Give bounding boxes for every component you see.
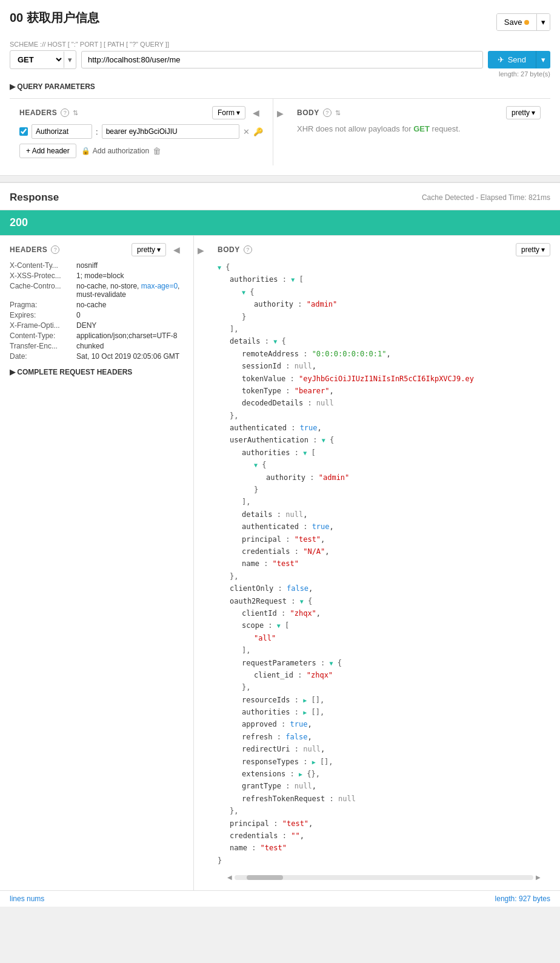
resp-header-cache-control: Cache-Contro... no-cache, no-store, max-… — [10, 282, 184, 299]
body-panel: BODY ? ⇅ pretty ▾ XHR does not allow pay… — [287, 99, 550, 165]
user-auth-toggle[interactable]: ▼ — [322, 437, 325, 444]
add-auth-label: Add authorization — [93, 147, 149, 155]
authorities-toggle[interactable]: ▼ — [291, 276, 295, 283]
request-row: GET POST PUT DELETE ▾ ✈ Send ▾ — [10, 50, 550, 69]
save-button[interactable]: Save — [497, 14, 536, 30]
resp-header-expires: Expires: 0 — [10, 311, 184, 319]
scheme-hint: SCHEME :// HOST [ ":" PORT ] [ PATH [ "?… — [10, 41, 550, 48]
scope-toggle[interactable]: ▼ — [277, 622, 281, 629]
resp-pretty-arrow: ▾ — [157, 245, 161, 254]
query-params-label: QUERY PARAMETERS — [17, 82, 95, 91]
headers-label-group: HEADERS ? ⇅ — [19, 108, 78, 117]
method-dropdown-arrow[interactable]: ▾ — [64, 52, 76, 68]
query-params-toggle[interactable]: ▶ QUERY PARAMETERS — [10, 82, 550, 91]
resp-body-info-icon[interactable]: ? — [244, 245, 252, 254]
resp-body-label: BODY — [218, 245, 240, 254]
body-label-group: BODY ? ⇅ — [297, 108, 341, 117]
status-code: 200 — [10, 216, 28, 228]
oauth2-toggle[interactable]: ▼ — [300, 598, 304, 605]
root-toggle[interactable]: ▼ — [218, 264, 221, 271]
resp-headers-info-icon[interactable]: ? — [51, 245, 59, 254]
req-params-toggle[interactable]: ▼ — [330, 660, 333, 667]
resp-body-pretty-button[interactable]: pretty ▾ — [516, 243, 550, 256]
scroll-left-button[interactable]: ◀ — [227, 874, 232, 881]
resp-body-label-group: BODY ? — [218, 245, 252, 254]
body-label: BODY — [297, 108, 319, 117]
resp-body-collapse-arrow[interactable]: ▶ — [194, 244, 208, 256]
request-panels: HEADERS ? ⇅ Form ▾ ◀ : ✕ 🔑 — [10, 98, 550, 165]
save-dot-icon — [524, 20, 529, 25]
top-panel: 00 获取用户信息 Save ▾ SCHEME :// HOST [ ":" P… — [0, 0, 560, 176]
xhr-note: XHR does not allow payloads for GET requ… — [297, 124, 541, 133]
authorization-header-row: : ✕ 🔑 — [19, 124, 263, 139]
scrollbar-thumb[interactable] — [247, 875, 283, 880]
body-panel-header: BODY ? ⇅ pretty ▾ — [297, 106, 541, 119]
add-header-button[interactable]: + Add header — [19, 144, 76, 158]
headers-sort-icon[interactable]: ⇅ — [73, 109, 78, 117]
resp-header-pragma: Pragma: no-cache — [10, 301, 184, 309]
send-label: Send — [508, 55, 526, 64]
send-plane-icon: ✈ — [498, 55, 504, 64]
request-text: request. — [432, 124, 461, 133]
query-params-arrow: ▶ — [10, 82, 15, 91]
send-button[interactable]: ✈ Send — [488, 51, 536, 68]
header-name-input[interactable] — [32, 124, 92, 139]
headers-info-icon[interactable]: ? — [61, 108, 69, 117]
get-method-text: GET — [413, 124, 430, 133]
lines-nums-button[interactable]: lines nums — [10, 895, 44, 903]
scrollbar-track[interactable] — [235, 875, 533, 880]
resp-headers-pretty-button[interactable]: pretty ▾ — [132, 243, 166, 256]
json-body: ▼ { authorities : ▼ [ ▼ { authority : "a… — [218, 261, 550, 867]
header-clear-icon[interactable]: ✕ — [243, 127, 250, 136]
method-select[interactable]: GET POST PUT DELETE ▾ — [10, 50, 76, 69]
response-body-panel: BODY ? pretty ▾ ▼ { authorities : ▼ [ ▼ … — [208, 236, 560, 890]
resp-body-pretty-label: pretty — [521, 245, 539, 254]
response-panels: HEADERS ? pretty ▾ ◀ X-Content-Ty... nos… — [0, 235, 560, 890]
body-pretty-label: pretty — [512, 108, 530, 117]
header-checkbox[interactable] — [19, 127, 28, 136]
delete-icon[interactable]: 🗑 — [153, 146, 161, 156]
header-lock-icon[interactable]: 🔑 — [253, 127, 263, 136]
header-value-input[interactable] — [102, 124, 239, 139]
scrollbar-row: ◀ ▶ — [218, 871, 550, 883]
resp-panel-separator: ▶ — [194, 236, 208, 890]
lock-icon: 🔒 — [81, 147, 90, 155]
header-colon: : — [96, 127, 98, 136]
resp-header-date: Date: Sat, 10 Oct 2019 02:05:06 GMT — [10, 352, 184, 361]
headers-panel-header: HEADERS ? ⇅ Form ▾ ◀ — [19, 106, 263, 119]
form-label: Form — [218, 108, 235, 117]
xhr-text: XHR does not allow payloads for — [297, 124, 412, 133]
resp-headers-collapse[interactable]: ◀ — [170, 244, 184, 256]
headers-panel: HEADERS ? ⇅ Form ▾ ◀ : ✕ 🔑 — [10, 99, 273, 165]
status-bar: 200 — [0, 210, 560, 235]
complete-req-arrow: ▶ — [10, 368, 15, 376]
ua-auth-toggle[interactable]: ▼ — [303, 450, 307, 456]
save-dropdown-button[interactable]: ▾ — [536, 14, 550, 30]
save-button-group: Save ▾ — [496, 13, 550, 31]
add-authorization-button[interactable]: 🔒 Add authorization — [81, 147, 149, 155]
response-header: Response Cache Detected - Elapsed Time: … — [0, 183, 560, 210]
resp-headers-label-group: HEADERS ? — [10, 245, 59, 254]
body-sort-icon[interactable]: ⇅ — [335, 109, 341, 117]
resp-pretty-label: pretty — [137, 245, 155, 254]
ua-auth-item-toggle[interactable]: ▼ — [254, 462, 258, 468]
method-dropdown[interactable]: GET POST PUT DELETE — [10, 51, 64, 68]
headers-collapse-arrow[interactable]: ◀ — [249, 107, 263, 119]
scroll-right-button[interactable]: ▶ — [536, 874, 541, 881]
auth-item-toggle[interactable]: ▼ — [242, 289, 245, 296]
body-info-icon[interactable]: ? — [323, 108, 332, 117]
body-pretty-button[interactable]: pretty ▾ — [506, 106, 541, 119]
details-toggle[interactable]: ▼ — [273, 338, 277, 345]
form-dropdown-icon: ▾ — [236, 108, 240, 117]
form-button[interactable]: Form ▾ — [212, 106, 245, 119]
complete-request-headers-toggle[interactable]: ▶ COMPLETE REQUEST HEADERS — [10, 368, 184, 376]
response-length: length: 927 bytes — [495, 895, 550, 903]
url-input[interactable] — [81, 51, 483, 68]
send-button-group: ✈ Send ▾ — [488, 51, 550, 68]
response-headers-panel: HEADERS ? pretty ▾ ◀ X-Content-Ty... nos… — [0, 236, 194, 890]
response-section: Response Cache Detected - Elapsed Time: … — [0, 182, 560, 907]
send-dropdown-button[interactable]: ▾ — [536, 51, 550, 68]
resp-header-xss: X-XSS-Protec... 1; mode=block — [10, 272, 184, 280]
body-collapse-arrow[interactable]: ▶ — [273, 107, 287, 119]
horizontal-scrollbar[interactable]: ◀ ▶ — [218, 871, 550, 883]
